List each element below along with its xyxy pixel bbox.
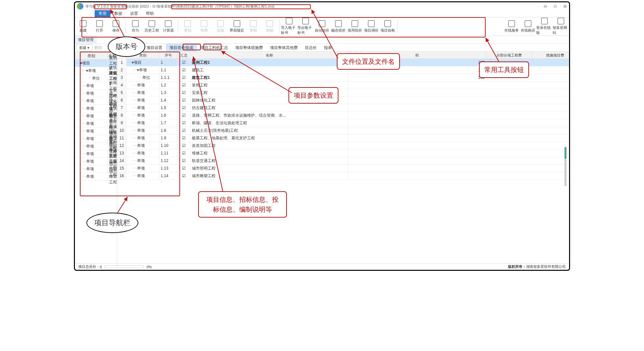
summary-checkbox[interactable]: ☑ — [177, 134, 191, 142]
summary-checkbox[interactable]: ☑ — [177, 112, 191, 119]
toolbar-adjust-button[interactable]: 项目调价 — [363, 18, 380, 35]
subtab-2[interactable]: 项目造价组成 — [166, 44, 197, 51]
summary-checkbox[interactable]: ☑ — [177, 119, 191, 127]
menu-帮助[interactable]: 帮助 — [142, 10, 158, 17]
toolbar-auto-button[interactable]: 自动组价 — [314, 18, 330, 35]
web-icon — [558, 18, 564, 24]
subtab-7[interactable]: 报表 — [320, 44, 335, 51]
status-progress — [104, 266, 144, 268]
ui-icon — [234, 20, 240, 27]
summary-checkbox[interactable]: ☑ — [177, 142, 191, 150]
toolbar-borrow-button[interactable]: 借用组价 — [347, 18, 363, 35]
vertical-scrollbar[interactable] — [564, 147, 566, 186]
toolbar-history-button[interactable]: 历史工程 — [144, 18, 160, 35]
status-copyright: 版权所有：湖南智多星软件有限公司 — [508, 264, 566, 269]
toolbar-login-button[interactable]: 登录在线版 — [536, 18, 553, 35]
summary-checkbox[interactable]: ☑ — [177, 165, 191, 172]
nav-tab-project-mgmt[interactable]: 项目管理 — [75, 36, 97, 43]
toolbar-calc-button[interactable]: 计算器 — [160, 18, 176, 35]
minimize-icon[interactable]: ⊖ — [543, 4, 547, 9]
check-icon — [384, 20, 391, 27]
summary-checkbox[interactable]: ☑ — [177, 172, 191, 180]
summary-checkbox[interactable]: ☑ — [177, 59, 191, 66]
status-percent: 0% — [147, 265, 152, 269]
menu-常用[interactable]: 常用 — [95, 10, 110, 17]
borrow-icon — [352, 20, 358, 27]
copy-icon — [250, 20, 257, 27]
grid-row[interactable]: 15┈单项1.13☑城市照明工程 — [117, 165, 570, 172]
anno-filepath: 文件位置及文件名 — [337, 53, 400, 70]
summary-checkbox[interactable]: ☑ — [177, 150, 191, 157]
toolbar-merge-button[interactable]: 融合组价 — [330, 18, 347, 35]
grid-row[interactable]: 5┈单项1.3☑安装工程 — [117, 89, 570, 97]
summary-checkbox[interactable]: ☑ — [177, 104, 191, 112]
grid-row[interactable]: 9┈单项1.7☑桥涵、隧道、生活垃圾处理工程 — [117, 119, 570, 127]
toolbar-new-button[interactable]: 新建 — [75, 18, 91, 35]
toolbar-ui-button[interactable]: 界面随近 — [229, 18, 245, 35]
grid-row[interactable]: 13┈单项1.11☑维修工程 — [117, 150, 570, 157]
title-appname: 智多星智能云组价 [2022 - — [110, 4, 151, 9]
grid-row[interactable]: 12┈单项1.10☑改造加固工程 — [117, 142, 570, 150]
adjust-icon — [368, 20, 375, 27]
subtab-3[interactable]: 项目工料机汇总 — [197, 44, 232, 51]
toolbar-save-button[interactable]: 保存 — [108, 18, 124, 35]
sidebar-new-button[interactable]: 新建 ▾ — [76, 44, 92, 51]
grid-row[interactable]: 6┈单项1.4☑园林绿化工程 — [117, 97, 570, 104]
toolbar-paste-button: 粘贴 — [262, 18, 278, 35]
menu-数据[interactable]: 数据 — [110, 10, 126, 17]
grid-row[interactable]: 8┈单项1.6☑道路、管网工程、市政排水设施维护、综合管廊、水... — [117, 112, 570, 119]
buy-icon — [525, 20, 531, 27]
merge-icon — [335, 20, 342, 27]
toolbar-open-button[interactable]: 打开 — [91, 18, 108, 35]
anno-projectparam: 项目参数设置 — [288, 87, 338, 104]
app-window: 学习版 V 1.0.2 智多星智能云组价 [2022 - D:\智多星软件\湖南… — [74, 1, 570, 271]
status-total-value: 0 — [100, 265, 102, 269]
toolbar-buy-button[interactable]: 在线购买 — [520, 18, 536, 35]
grid-col-cost2: 措施项目费 — [532, 52, 570, 59]
sidebar: 新建 ▾ 删除 类别 名称 ┈▾项目案例工程1┈▾单项建筑工程┈单位建筑工程1┈… — [75, 44, 117, 267]
subtab-4[interactable]: 项目整体措施费 — [232, 44, 266, 51]
new-icon — [80, 20, 86, 27]
grid-row[interactable]: 16┈单项1.14☑城市雕塑工程 — [117, 172, 570, 180]
grid-row[interactable]: 4┈单项1.2☑装饰工程 — [117, 82, 570, 89]
summary-checkbox[interactable]: ☑ — [177, 127, 191, 134]
grid-col-seq: 序号 — [159, 52, 177, 59]
anno-toolbar: 常用工具按钮 — [479, 61, 529, 78]
subtab-1[interactable]: 项目设置 — [143, 44, 166, 51]
window-controls: ⊖ ⊙ ⊗ — [543, 4, 567, 9]
login-icon — [541, 18, 548, 24]
titlebar: 学习版 V 1.0.2 智多星智能云组价 [2022 - D:\智多星软件\湖南… — [75, 2, 569, 10]
open-icon — [96, 20, 103, 27]
sidebar-tree: ┈▾项目案例工程1┈▾单项建筑工程┈单位建筑工程1┈单项装饰工程┈单项安装工程┈… — [75, 59, 117, 180]
nav-tabs: 项目管理 — [75, 36, 569, 44]
subtab-6[interactable]: 目总价 — [301, 44, 320, 51]
summary-checkbox[interactable]: ☑ — [177, 66, 191, 74]
grid-row[interactable]: 10┈单项1.8☑机械土石方(强夯地基)工程 — [117, 127, 570, 134]
summary-checkbox[interactable]: ☑ — [177, 97, 191, 104]
grid-row[interactable]: 11┈单项1.9☑桩基工程、地基处理、基坑支护工程 — [117, 134, 570, 142]
toolbar-level-button: 层级 — [212, 18, 229, 35]
close-icon[interactable]: ⊗ — [563, 4, 567, 9]
toolbar: 新建打开保存存为历史工程计算器查找布局层级界面随近复制粘贴导入电子标书导出电子标… — [75, 17, 569, 36]
toolbar-service-button[interactable]: 在线服务 — [503, 18, 520, 35]
toolbar-export-button[interactable]: 导出电子标书 — [297, 18, 314, 35]
grid-col-name: 名称 — [191, 52, 348, 59]
toolbar-check-button[interactable]: 项目自检 — [380, 18, 396, 35]
grid-col-summary: 汇总 — [177, 52, 191, 59]
summary-checkbox[interactable]: ☑ — [177, 89, 191, 97]
grid-row[interactable]: 14┈单项1.12☑轨道交通工程 — [117, 157, 570, 165]
grid-row[interactable]: 7┈单项1.5☑仿古建筑工程 — [117, 104, 570, 112]
toolbar-saveas-button[interactable]: 存为 — [127, 18, 144, 35]
toolbar-web-button[interactable]: 智多星网站 — [553, 18, 569, 35]
sidebar-delete-button[interactable]: 删除 — [94, 45, 102, 51]
summary-checkbox[interactable]: ☑ — [177, 157, 191, 165]
toolbar-import-button[interactable]: 导入电子标书 — [281, 18, 297, 35]
subtab-5[interactable]: 项目整体其他费 — [266, 44, 301, 51]
summary-checkbox[interactable]: ☑ — [177, 74, 191, 82]
summary-checkbox[interactable]: ☑ — [177, 82, 191, 89]
maximize-icon[interactable]: ⊙ — [553, 4, 557, 9]
menu-设置[interactable]: 设置 — [126, 10, 142, 17]
tree-row[interactable]: ┈单项城市雕塑工程 — [75, 173, 117, 180]
statusbar: 项目总造价： 0 0% 版权所有：湖南智多星软件有限公司 — [75, 263, 569, 270]
title-version: 学习版 V 1.0.2 — [85, 4, 109, 9]
